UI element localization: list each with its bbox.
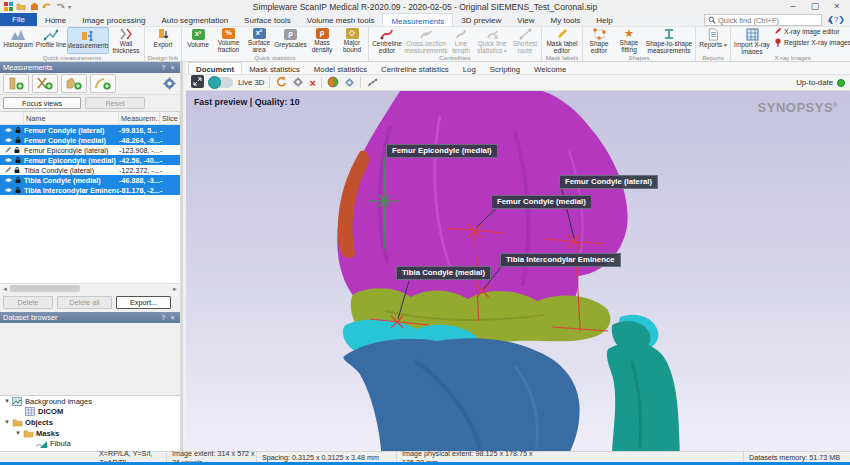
expand-arrow-icon[interactable]: ▼ xyxy=(3,398,11,404)
doc-tab-welcome[interactable]: Welcome xyxy=(527,62,573,74)
reset-button[interactable]: Reset xyxy=(85,97,145,109)
lock-icon[interactable] xyxy=(15,186,21,194)
add-crosshair-measurement-button[interactable] xyxy=(32,74,58,93)
undo-icon[interactable] xyxy=(42,2,52,11)
histogram-button[interactable]: Histogram xyxy=(1,27,35,54)
major-bound-button[interactable]: ◇ Major bound xyxy=(337,27,367,54)
profile-line-button[interactable]: Profile line xyxy=(35,27,67,54)
tab-volume-mesh-tools[interactable]: Volume mesh tools xyxy=(299,13,383,26)
help-icon[interactable]: ❮?❯ xyxy=(827,15,845,24)
tree-item-background-images[interactable]: ▼ Background images xyxy=(0,396,180,407)
minimize-button[interactable]: – xyxy=(782,0,804,12)
col-measurement[interactable]: Measurem... xyxy=(119,112,160,124)
greyscales-button[interactable]: ρ Greyscales xyxy=(274,27,307,54)
tree-item-objects[interactable]: ▼ Objects xyxy=(0,417,180,428)
tab-file[interactable]: File xyxy=(0,13,37,26)
doc-tab-scripting[interactable]: Scripting xyxy=(483,62,527,74)
horizontal-scrollbar[interactable]: ◄ ► xyxy=(0,283,180,293)
import-xray-images-button[interactable]: Import X-ray images xyxy=(732,27,772,54)
doc-tab-mask-statistics[interactable]: Mask statistics xyxy=(242,62,307,74)
save-project-icon[interactable] xyxy=(29,2,39,11)
lock-icon[interactable] xyxy=(15,156,21,164)
measurement-row[interactable]: Femur Epicondyle (lateral) -123.908, -..… xyxy=(0,145,180,155)
clip-settings-icon[interactable] xyxy=(344,74,355,92)
col-name[interactable]: Name xyxy=(24,112,119,124)
measurement-row[interactable]: Tibia Intercondylar Eminence -81.178, -2… xyxy=(0,185,180,195)
reports-button[interactable]: Reports ▾ xyxy=(697,27,729,54)
tab-home[interactable]: Home xyxy=(37,13,74,26)
expand-arrow-icon[interactable]: ▼ xyxy=(3,419,11,425)
eye-icon[interactable] xyxy=(4,177,13,183)
maximize-button[interactable]: ▢ xyxy=(804,0,826,12)
eye-icon[interactable] xyxy=(4,157,13,163)
tree-item-masks[interactable]: ▼ Masks xyxy=(0,428,180,439)
pencil-icon[interactable] xyxy=(4,166,12,174)
xray-image-editor-link[interactable]: X-ray image editor xyxy=(774,27,850,35)
tab-measurements[interactable]: Measurements xyxy=(382,13,453,26)
expand-view-icon[interactable] xyxy=(191,74,204,92)
scroll-right-arrow[interactable]: ► xyxy=(170,284,180,294)
line-length-button[interactable]: Line length xyxy=(448,27,474,54)
doc-tab-centreline-statistics[interactable]: Centreline statistics xyxy=(374,62,456,74)
col-slice[interactable]: Slice xyxy=(160,112,180,124)
refresh-preview-icon[interactable] xyxy=(275,74,287,92)
wall-thickness-button[interactable]: Wall thickness xyxy=(109,27,143,54)
panel-close-icon[interactable]: × xyxy=(168,314,177,321)
shape-to-shape-measurements-button[interactable]: Shape-to-shape measurements xyxy=(644,27,694,54)
eye-icon[interactable] xyxy=(4,127,13,133)
add-linear-measurement-button[interactable] xyxy=(3,74,29,93)
render-settings-gear-icon[interactable] xyxy=(292,74,304,92)
doc-tab-log[interactable]: Log xyxy=(456,62,483,74)
register-xray-images-link[interactable]: Register X-ray images xyxy=(774,38,850,47)
open-project-icon[interactable] xyxy=(16,2,26,11)
panel-help-icon[interactable]: ? xyxy=(159,314,168,321)
tab-view[interactable]: View xyxy=(509,13,542,26)
tab-3d-preview[interactable]: 3D preview xyxy=(453,13,509,26)
doc-tab-document[interactable]: Document xyxy=(188,62,242,74)
shape-fitting-button[interactable]: ★ Shape fitting xyxy=(614,27,644,54)
eye-icon[interactable] xyxy=(4,187,13,193)
tree-item-fibula[interactable]: Fibula xyxy=(0,438,180,449)
qat-dropdown-caret[interactable]: ▾ xyxy=(68,3,71,10)
shortest-route-button[interactable]: Shortest route xyxy=(510,27,540,54)
mask-label-editor-button[interactable]: Mask label editor xyxy=(543,27,581,54)
lock-icon[interactable] xyxy=(14,166,20,174)
tree-item-dicom[interactable]: DICOM xyxy=(0,407,180,418)
scrollbar-thumb[interactable] xyxy=(10,285,80,292)
add-area-measurement-button[interactable] xyxy=(61,74,87,93)
panel-help-icon[interactable]: ? xyxy=(159,64,168,71)
lock-icon[interactable] xyxy=(15,136,21,144)
tab-image-processing[interactable]: Image processing xyxy=(74,13,153,26)
volume-fraction-button[interactable]: % Volume fraction xyxy=(213,27,244,54)
export-button[interactable]: Export xyxy=(146,27,180,54)
measure-tool-icon[interactable] xyxy=(366,74,379,92)
panel-close-icon[interactable]: × xyxy=(168,64,177,71)
lock-icon[interactable] xyxy=(15,176,21,184)
measurement-row[interactable]: Femur Epicondyle (medial) -42.56, -40...… xyxy=(0,155,180,165)
add-angle-measurement-button[interactable] xyxy=(90,74,116,93)
lock-icon[interactable] xyxy=(14,146,20,154)
live-3d-toggle[interactable] xyxy=(209,77,233,88)
measurements-button[interactable]: Measurements xyxy=(67,27,109,54)
doc-tab-model-statistics[interactable]: Model statistics xyxy=(307,62,374,74)
tab-help[interactable]: Help xyxy=(588,13,620,26)
scroll-left-arrow[interactable]: ◄ xyxy=(0,284,10,294)
delete-all-button[interactable]: Delete all xyxy=(57,296,112,309)
measurement-settings-gear-icon[interactable] xyxy=(162,76,177,91)
quick-line-statistics-button[interactable]: Quick line statistics ▾ xyxy=(474,27,510,54)
quick-find-input[interactable] xyxy=(718,16,808,25)
cancel-icon[interactable]: × xyxy=(309,78,315,88)
cross-section-measurements-button[interactable]: Cross-section measurements xyxy=(404,27,448,54)
orientation-sphere-icon[interactable] xyxy=(327,74,339,92)
tab-auto-segmentation[interactable]: Auto segmentation xyxy=(153,13,236,26)
measurement-row[interactable]: Femur Condyle (medial) -48.264, -9... - xyxy=(0,135,180,145)
export-measurements-button[interactable]: Export... xyxy=(116,296,171,309)
3d-viewport[interactable]: Fast preview | Quality: 10 SYNOPSYS® Fem… xyxy=(186,91,850,451)
centreline-editor-button[interactable]: Centreline editor xyxy=(370,27,404,54)
tab-surface-tools[interactable]: Surface tools xyxy=(236,13,299,26)
focus-views-button[interactable]: Focus views xyxy=(3,97,81,109)
shape-editor-button[interactable]: Shape editor xyxy=(584,27,614,54)
measurement-row[interactable]: Tibia Condyle (lateral) -122.372, -... - xyxy=(0,165,180,175)
close-button[interactable]: × xyxy=(826,0,848,12)
volume-button[interactable]: x³ Volume xyxy=(183,27,213,54)
